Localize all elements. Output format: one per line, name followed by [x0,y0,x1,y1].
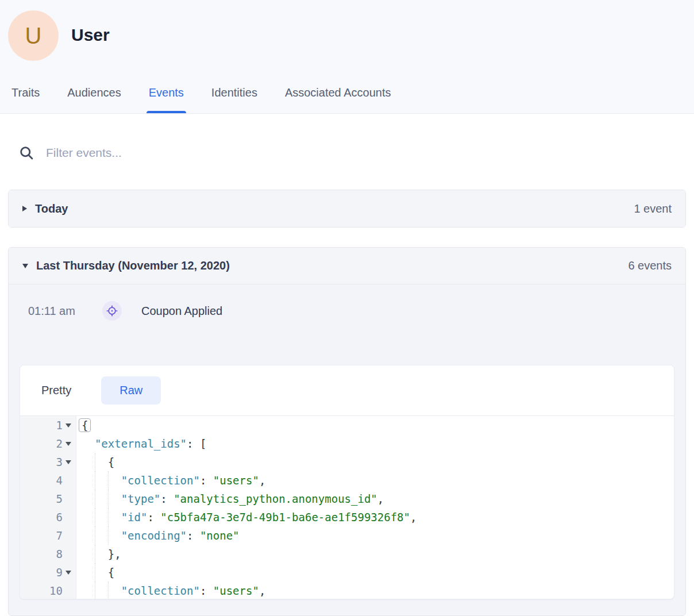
code-text: "encoding": "none" [76,526,240,545]
search-icon [18,145,34,161]
events-panel: Today 1 event Last Thursday (November 12… [0,141,694,616]
raw-mode-button[interactable]: Raw [101,376,161,405]
line-number: 10 [20,582,76,599]
pretty-mode-button[interactable]: Pretty [41,384,71,397]
code-text: "collection": "users", [76,471,265,490]
code-text: { [76,453,114,471]
event-group-last-thursday: Last Thursday (November 12, 2020) 6 even… [8,247,686,616]
event-time: 01:11 am [28,305,84,318]
avatar-letter: U [25,23,42,49]
target-icon [102,301,122,321]
fold-toggle-icon[interactable] [64,416,73,434]
tab-identities[interactable]: Identities [211,86,257,113]
avatar: U [8,10,59,61]
code-line: 2"external_ids": [ [20,434,674,453]
event-group-today-header[interactable]: Today 1 event [9,190,685,227]
event-row-coupon-applied[interactable]: 01:11 am Coupon Applied [28,292,685,329]
code-line: 8}, [20,545,674,563]
fold-toggle-icon[interactable] [64,563,73,582]
line-number: 7 [20,526,76,545]
fold-spacer [64,526,73,545]
event-payload-card: Pretty Raw 1{2"external_ids": [3{4"colle… [20,365,674,599]
code-text: { [76,416,91,434]
payload-view-toggle: Pretty Raw [20,365,674,416]
group-label: Last Thursday (November 12, 2020) [36,259,230,272]
line-number: 2 [20,434,76,453]
code-line: 9{ [20,563,674,582]
filter-events-row [18,141,694,164]
code-line: 7"encoding": "none" [20,526,674,545]
tab-events[interactable]: Events [149,86,184,113]
code-line: 3{ [20,453,674,471]
event-group-body: 01:11 am Coupon Applied Pretty [9,292,685,599]
fold-spacer [64,508,73,526]
json-code-editor: 1{2"external_ids": [3{4"collection": "us… [20,416,674,599]
code-line: 4"collection": "users", [20,471,674,490]
profile-header: U User TraitsAudiencesEventsIdentitiesAs… [0,0,694,114]
line-number: 5 [20,490,76,508]
event-group-last-thursday-header[interactable]: Last Thursday (November 12, 2020) 6 even… [9,248,685,284]
group-event-count: 1 event [634,202,672,215]
page-title: User [71,25,110,45]
code-text: "id": "c5bfa47a-3e7d-49b1-ba6e-ae1f59932… [76,508,417,526]
tab-bar: TraitsAudiencesEventsIdentitiesAssociate… [11,86,391,113]
code-line: 5"type": "analytics_python.anonymous_id"… [20,490,674,508]
fold-spacer [64,490,73,508]
filter-input[interactable] [46,146,391,160]
line-number: 3 [20,453,76,471]
event-name: Coupon Applied [141,305,222,318]
group-event-count: 6 events [628,259,672,272]
line-number: 8 [20,545,76,563]
fold-spacer [64,471,73,490]
group-label: Today [35,202,68,215]
tab-audiences[interactable]: Audiences [67,86,121,113]
line-number: 9 [20,563,76,582]
code-line: 10"collection": "users", [20,582,674,599]
tab-traits[interactable]: Traits [11,86,40,113]
fold-spacer [64,545,73,563]
code-line: 6"id": "c5bfa47a-3e7d-49b1-ba6e-ae1f5993… [20,508,674,526]
caret-down-icon [22,264,28,268]
code-text: }, [76,545,121,563]
line-number: 6 [20,508,76,526]
fold-spacer [64,582,73,599]
code-text: "external_ids": [ [76,434,206,453]
caret-right-icon [22,206,27,211]
line-number: 1 [20,416,76,434]
code-line: 1{ [20,416,674,434]
fold-toggle-icon[interactable] [64,434,73,453]
line-number: 4 [20,471,76,490]
code-text: { [76,563,114,582]
code-text: "type": "analytics_python.anonymous_id", [76,490,384,508]
tab-associated-accounts[interactable]: Associated Accounts [285,86,391,113]
code-text: "collection": "users", [76,582,265,599]
event-group-today: Today 1 event [8,190,686,228]
fold-toggle-icon[interactable] [64,453,73,471]
